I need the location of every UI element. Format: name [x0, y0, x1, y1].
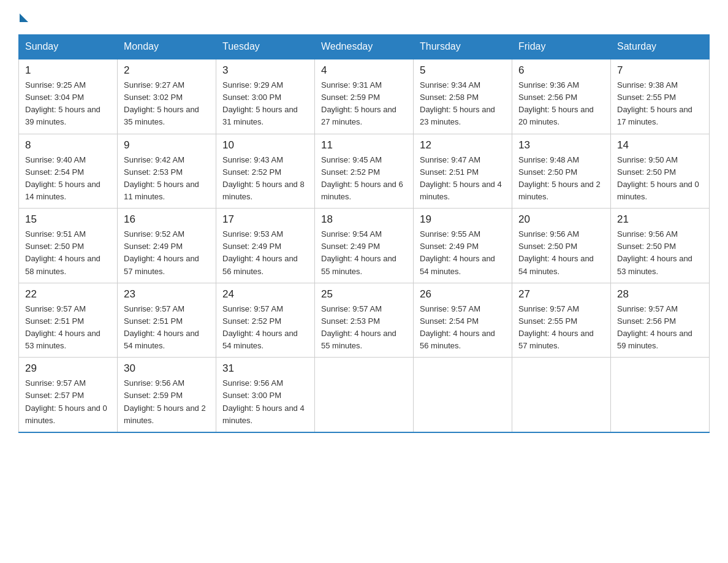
day-number: 9 — [124, 139, 210, 151]
calendar-cell: 29Sunrise: 9:57 AMSunset: 2:57 PMDayligh… — [19, 358, 118, 432]
calendar-cell: 14Sunrise: 9:50 AMSunset: 2:50 PMDayligh… — [611, 134, 710, 209]
day-number: 1 — [25, 64, 111, 77]
day-number: 23 — [124, 288, 210, 301]
day-number: 5 — [420, 64, 506, 77]
day-number: 28 — [617, 288, 703, 301]
day-number: 29 — [25, 362, 111, 375]
calendar-cell: 8Sunrise: 9:40 AMSunset: 2:54 PMDaylight… — [19, 134, 118, 209]
calendar-cell: 22Sunrise: 9:57 AMSunset: 2:51 PMDayligh… — [19, 283, 118, 358]
calendar-cell: 11Sunrise: 9:45 AMSunset: 2:52 PMDayligh… — [315, 134, 414, 209]
day-info: Sunrise: 9:36 AMSunset: 2:56 PMDaylight:… — [518, 79, 604, 129]
day-info: Sunrise: 9:57 AMSunset: 2:51 PMDaylight:… — [124, 303, 210, 353]
day-info: Sunrise: 9:56 AMSunset: 2:59 PMDaylight:… — [124, 377, 210, 427]
calendar-cell: 24Sunrise: 9:57 AMSunset: 2:52 PMDayligh… — [216, 283, 315, 358]
calendar-cell: 3Sunrise: 9:29 AMSunset: 3:00 PMDaylight… — [216, 59, 315, 134]
day-number: 7 — [617, 64, 703, 77]
calendar-cell: 18Sunrise: 9:54 AMSunset: 2:49 PMDayligh… — [315, 209, 414, 283]
day-info: Sunrise: 9:55 AMSunset: 2:49 PMDaylight:… — [420, 228, 506, 278]
day-number: 4 — [321, 64, 407, 77]
weekday-header-sunday: Sunday — [19, 35, 118, 59]
day-number: 30 — [124, 362, 210, 375]
logo-arrow-icon — [20, 13, 28, 22]
day-info: Sunrise: 9:43 AMSunset: 2:52 PMDaylight:… — [222, 154, 308, 204]
day-number: 31 — [222, 362, 308, 375]
day-info: Sunrise: 9:57 AMSunset: 2:57 PMDaylight:… — [25, 377, 111, 427]
page-header — [18, 12, 710, 22]
day-number: 13 — [518, 139, 604, 151]
calendar-cell: 12Sunrise: 9:47 AMSunset: 2:51 PMDayligh… — [414, 134, 512, 209]
day-info: Sunrise: 9:52 AMSunset: 2:49 PMDaylight:… — [124, 228, 210, 278]
day-info: Sunrise: 9:31 AMSunset: 2:59 PMDaylight:… — [321, 79, 407, 129]
calendar-cell: 1Sunrise: 9:25 AMSunset: 3:04 PMDaylight… — [19, 59, 118, 134]
day-number: 16 — [124, 213, 210, 226]
calendar-cell — [512, 358, 611, 432]
weekday-header-friday: Friday — [512, 35, 611, 59]
calendar-cell — [315, 358, 414, 432]
calendar-week-row: 1Sunrise: 9:25 AMSunset: 3:04 PMDaylight… — [19, 59, 710, 134]
day-info: Sunrise: 9:57 AMSunset: 2:54 PMDaylight:… — [420, 303, 506, 353]
day-number: 20 — [518, 213, 604, 226]
day-number: 18 — [321, 213, 407, 226]
day-number: 26 — [420, 288, 506, 301]
calendar-cell: 25Sunrise: 9:57 AMSunset: 2:53 PMDayligh… — [315, 283, 414, 358]
logo — [18, 12, 28, 22]
day-number: 21 — [617, 213, 703, 226]
calendar-cell: 28Sunrise: 9:57 AMSunset: 2:56 PMDayligh… — [611, 283, 710, 358]
calendar-table: SundayMondayTuesdayWednesdayThursdayFrid… — [18, 34, 710, 433]
calendar-cell — [611, 358, 710, 432]
day-number: 25 — [321, 288, 407, 301]
day-info: Sunrise: 9:54 AMSunset: 2:49 PMDaylight:… — [321, 228, 407, 278]
day-info: Sunrise: 9:25 AMSunset: 3:04 PMDaylight:… — [25, 79, 111, 129]
day-info: Sunrise: 9:27 AMSunset: 3:02 PMDaylight:… — [124, 79, 210, 129]
calendar-cell: 6Sunrise: 9:36 AMSunset: 2:56 PMDaylight… — [512, 59, 611, 134]
day-number: 19 — [420, 213, 506, 226]
day-info: Sunrise: 9:48 AMSunset: 2:50 PMDaylight:… — [518, 154, 604, 204]
day-info: Sunrise: 9:45 AMSunset: 2:52 PMDaylight:… — [321, 154, 407, 204]
day-number: 3 — [222, 64, 308, 77]
calendar-cell: 10Sunrise: 9:43 AMSunset: 2:52 PMDayligh… — [216, 134, 315, 209]
calendar-cell: 20Sunrise: 9:56 AMSunset: 2:50 PMDayligh… — [512, 209, 611, 283]
weekday-header-tuesday: Tuesday — [216, 35, 315, 59]
day-number: 24 — [222, 288, 308, 301]
day-number: 17 — [222, 213, 308, 226]
calendar-cell: 13Sunrise: 9:48 AMSunset: 2:50 PMDayligh… — [512, 134, 611, 209]
calendar-cell: 23Sunrise: 9:57 AMSunset: 2:51 PMDayligh… — [118, 283, 216, 358]
weekday-header-saturday: Saturday — [611, 35, 710, 59]
day-info: Sunrise: 9:34 AMSunset: 2:58 PMDaylight:… — [420, 79, 506, 129]
weekday-header-thursday: Thursday — [414, 35, 512, 59]
day-info: Sunrise: 9:40 AMSunset: 2:54 PMDaylight:… — [25, 154, 111, 204]
day-number: 27 — [518, 288, 604, 301]
day-number: 2 — [124, 64, 210, 77]
day-number: 12 — [420, 139, 506, 151]
day-info: Sunrise: 9:57 AMSunset: 2:56 PMDaylight:… — [617, 303, 703, 353]
weekday-header-wednesday: Wednesday — [315, 35, 414, 59]
day-info: Sunrise: 9:56 AMSunset: 3:00 PMDaylight:… — [222, 377, 308, 427]
day-info: Sunrise: 9:42 AMSunset: 2:53 PMDaylight:… — [124, 154, 210, 204]
day-number: 8 — [25, 139, 111, 151]
calendar-cell: 2Sunrise: 9:27 AMSunset: 3:02 PMDaylight… — [118, 59, 216, 134]
day-info: Sunrise: 9:57 AMSunset: 2:52 PMDaylight:… — [222, 303, 308, 353]
calendar-cell: 15Sunrise: 9:51 AMSunset: 2:50 PMDayligh… — [19, 209, 118, 283]
calendar-cell: 27Sunrise: 9:57 AMSunset: 2:55 PMDayligh… — [512, 283, 611, 358]
calendar-cell: 7Sunrise: 9:38 AMSunset: 2:55 PMDaylight… — [611, 59, 710, 134]
weekday-header-row: SundayMondayTuesdayWednesdayThursdayFrid… — [19, 35, 710, 59]
calendar-cell: 16Sunrise: 9:52 AMSunset: 2:49 PMDayligh… — [118, 209, 216, 283]
weekday-header-monday: Monday — [118, 35, 216, 59]
calendar-cell: 26Sunrise: 9:57 AMSunset: 2:54 PMDayligh… — [414, 283, 512, 358]
day-info: Sunrise: 9:56 AMSunset: 2:50 PMDaylight:… — [518, 228, 604, 278]
calendar-cell: 9Sunrise: 9:42 AMSunset: 2:53 PMDaylight… — [118, 134, 216, 209]
calendar-week-row: 15Sunrise: 9:51 AMSunset: 2:50 PMDayligh… — [19, 209, 710, 283]
day-number: 14 — [617, 139, 703, 151]
day-number: 11 — [321, 139, 407, 151]
day-info: Sunrise: 9:38 AMSunset: 2:55 PMDaylight:… — [617, 79, 703, 129]
day-info: Sunrise: 9:57 AMSunset: 2:53 PMDaylight:… — [321, 303, 407, 353]
day-number: 10 — [222, 139, 308, 151]
day-number: 6 — [518, 64, 604, 77]
calendar-week-row: 29Sunrise: 9:57 AMSunset: 2:57 PMDayligh… — [19, 358, 710, 432]
calendar-cell: 5Sunrise: 9:34 AMSunset: 2:58 PMDaylight… — [414, 59, 512, 134]
calendar-cell: 4Sunrise: 9:31 AMSunset: 2:59 PMDaylight… — [315, 59, 414, 134]
calendar-cell: 17Sunrise: 9:53 AMSunset: 2:49 PMDayligh… — [216, 209, 315, 283]
day-info: Sunrise: 9:57 AMSunset: 2:51 PMDaylight:… — [25, 303, 111, 353]
day-info: Sunrise: 9:51 AMSunset: 2:50 PMDaylight:… — [25, 228, 111, 278]
day-info: Sunrise: 9:29 AMSunset: 3:00 PMDaylight:… — [222, 79, 308, 129]
